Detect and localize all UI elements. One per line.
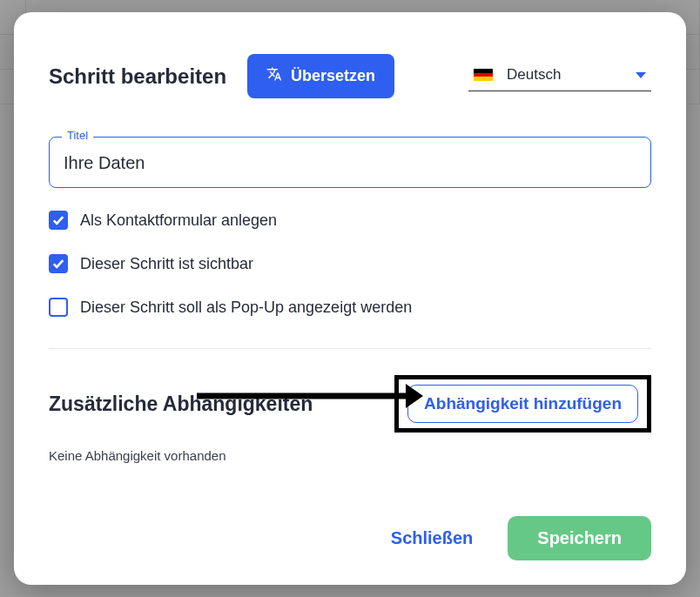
close-button[interactable]: Schließen — [391, 528, 473, 548]
checkbox-contact-form[interactable] — [49, 211, 68, 230]
dialog-footer: Schließen Speichern — [49, 488, 651, 560]
checkbox-row-contact-form: Als Kontaktformular anlegen — [49, 211, 651, 230]
translate-icon — [266, 66, 282, 86]
dependencies-header-row: Zusätzliche Abhängigkeiten Abhängigkeit … — [49, 375, 651, 433]
title-input[interactable] — [64, 153, 636, 173]
title-field-legend: Titel — [62, 129, 93, 142]
chevron-down-icon — [636, 72, 646, 78]
checkbox-popup[interactable] — [49, 298, 68, 317]
checkbox-contact-form-label: Als Kontaktformular anlegen — [80, 211, 277, 230]
title-field: Titel — [49, 137, 651, 188]
dependencies-heading: Zusätzliche Abhängigkeiten — [49, 392, 313, 416]
translate-button[interactable]: Übersetzen — [247, 54, 394, 98]
divider — [49, 348, 651, 349]
add-dependency-highlight: Abhängigkeit hinzufügen — [394, 375, 651, 433]
checkbox-step-visible-label: Dieser Schritt ist sichtbar — [80, 255, 253, 273]
dialog-title: Schritt bearbeiten — [49, 64, 226, 89]
dialog-header: Schritt bearbeiten Übersetzen Deutsch — [49, 54, 651, 98]
language-select[interactable]: Deutsch — [468, 61, 651, 91]
flag-icon — [474, 69, 493, 81]
save-button[interactable]: Speichern — [508, 516, 651, 560]
checkbox-step-visible[interactable] — [49, 254, 68, 273]
no-dependencies-text: Keine Abhängigkeit vorhanden — [49, 448, 651, 463]
checkbox-popup-label: Dieser Schritt soll als Pop-Up angezeigt… — [80, 298, 412, 317]
language-name: Deutsch — [507, 66, 561, 84]
edit-step-dialog: Schritt bearbeiten Übersetzen Deutsch Ti… — [14, 12, 686, 585]
checkbox-row-popup: Dieser Schritt soll als Pop-Up angezeigt… — [49, 298, 651, 317]
checkbox-row-visible: Dieser Schritt ist sichtbar — [49, 254, 651, 273]
add-dependency-button[interactable]: Abhängigkeit hinzufügen — [407, 385, 638, 423]
translate-button-label: Übersetzen — [291, 67, 375, 85]
